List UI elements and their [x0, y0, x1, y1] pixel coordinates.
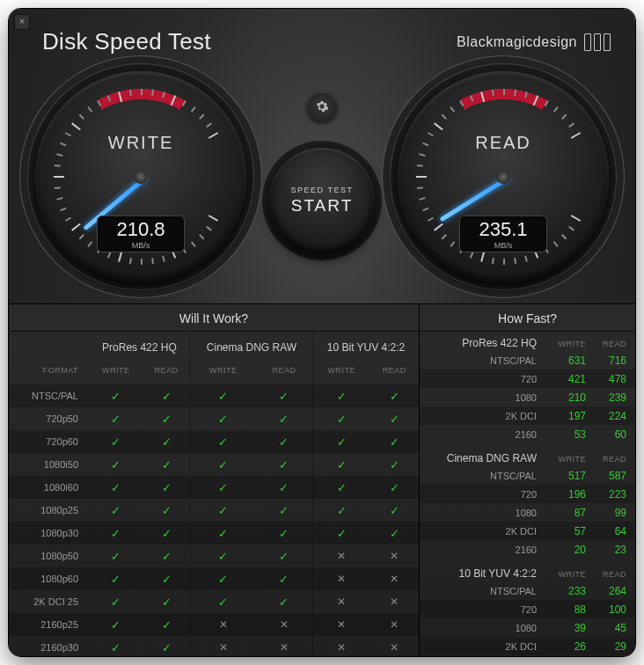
cross-icon: ✕ [190, 613, 256, 636]
check-icon: ✓ [89, 544, 143, 567]
format-label: 720 [428, 374, 545, 384]
format-label: 720p60 [9, 430, 89, 453]
format-label: NTSC/PAL [428, 586, 545, 596]
table-row: 720p60✓✓✓✓✓✓ [9, 430, 419, 453]
check-icon: ✓ [370, 499, 419, 522]
check-icon: ✓ [256, 499, 313, 522]
check-icon: ✓ [313, 476, 370, 499]
how-fast-row: 21602023 [420, 540, 635, 559]
check-icon: ✓ [190, 453, 256, 476]
check-icon: ✓ [143, 613, 190, 636]
cross-icon: ✕ [370, 636, 419, 656]
check-icon: ✓ [190, 384, 256, 407]
check-icon: ✓ [143, 544, 190, 567]
how-fast-row: 720421478 [420, 369, 635, 388]
format-label: 2160p25 [9, 613, 89, 636]
read-fps: 478 [586, 373, 626, 385]
format-label: NTSC/PAL [428, 471, 545, 481]
read-fps: 224 [586, 410, 626, 422]
format-label: 720p50 [9, 407, 89, 430]
check-icon: ✓ [143, 430, 190, 453]
check-icon: ✓ [143, 567, 190, 590]
how-fast-row: NTSC/PAL631716 [420, 351, 635, 369]
format-label: 2160p30 [9, 636, 89, 656]
table-row: 1080p25✓✓✓✓✓✓ [9, 499, 419, 522]
check-icon: ✓ [370, 476, 419, 499]
table-row: 2160p30✓✓✕✕✕✕ [9, 636, 419, 656]
format-label: 1080i60 [9, 476, 89, 499]
start-button-small: SPEED TEST [291, 186, 354, 194]
check-icon: ✓ [143, 590, 190, 613]
read-fps: 45 [586, 622, 626, 634]
write-fps: 87 [545, 507, 586, 519]
cross-icon: ✕ [370, 567, 419, 590]
how-fast-row: 1080210239 [420, 388, 635, 406]
check-icon: ✓ [313, 453, 370, 476]
start-button-big: START [291, 196, 354, 216]
cross-icon: ✕ [370, 613, 419, 636]
check-icon: ✓ [190, 407, 256, 430]
check-icon: ✓ [256, 544, 313, 567]
table-row: 1080p50✓✓✓✓✕✕ [9, 544, 419, 567]
check-icon: ✓ [370, 384, 419, 407]
format-label: 2K DCI [428, 526, 545, 537]
check-icon: ✓ [190, 590, 256, 613]
write-readout: 210.8 MB/s [97, 216, 185, 252]
check-icon: ✓ [370, 430, 419, 453]
check-icon: ✓ [89, 407, 143, 430]
check-icon: ✓ [313, 430, 370, 453]
write-fps: 631 [545, 354, 586, 367]
how-fast-row: 72088100 [420, 600, 635, 618]
read-fps: 716 [586, 354, 626, 367]
cross-icon: ✕ [190, 636, 256, 656]
cross-icon: ✕ [313, 544, 370, 567]
close-button[interactable]: × [14, 14, 30, 30]
write-fps: 39 [545, 622, 586, 634]
app-title: Disk Speed Test [42, 28, 211, 55]
write-fps: 20 [545, 544, 586, 556]
check-icon: ✓ [89, 636, 143, 656]
table-row: 1080i60✓✓✓✓✓✓ [9, 476, 419, 499]
format-label: NTSC/PAL [9, 384, 89, 407]
cross-icon: ✕ [370, 590, 419, 613]
read-fps: 23 [586, 544, 626, 556]
codec-name: ProRes 422 HQ [428, 337, 545, 349]
brand-logo-icon [584, 33, 611, 51]
read-fps: 239 [586, 391, 626, 404]
how-fast-row: 10808799 [420, 503, 635, 522]
start-button[interactable]: SPEED TEST START [269, 148, 375, 253]
settings-button[interactable] [307, 91, 337, 121]
codec-name: 10 Bit YUV 4:2:2 [428, 567, 545, 580]
read-fps: 60 [586, 428, 626, 441]
check-icon: ✓ [89, 613, 143, 636]
check-icon: ✓ [89, 522, 143, 544]
check-icon: ✓ [190, 499, 256, 522]
format-label: 1080 [428, 508, 545, 518]
write-fps: 196 [545, 488, 586, 501]
gear-icon [315, 99, 329, 113]
check-icon: ✓ [143, 384, 190, 407]
table-row: 2K DCI 25✓✓✓✓✕✕ [9, 590, 419, 613]
format-label: 2160 [428, 544, 545, 555]
read-unit: MB/s [472, 241, 534, 250]
disk-speed-test-window: × Disk Speed Test Blackmagicdesign WRITE… [9, 9, 635, 656]
read-fps: 264 [586, 585, 626, 597]
results-tables: Will It Work? ProRes 422 HQCinema DNG RA… [9, 303, 635, 656]
write-fps: 233 [545, 585, 586, 597]
how-fast-row: 10803945 [420, 618, 635, 637]
format-label: 1080i50 [9, 453, 89, 476]
how-fast-row: 2K DCI5764 [420, 522, 635, 540]
check-icon: ✓ [143, 522, 190, 544]
check-icon: ✓ [256, 407, 313, 430]
check-icon: ✓ [256, 430, 313, 453]
read-fps: 223 [586, 488, 626, 501]
check-icon: ✓ [89, 499, 143, 522]
check-icon: ✓ [89, 430, 143, 453]
format-label: 1080 [428, 392, 545, 403]
table-row: NTSC/PAL✓✓✓✓✓✓ [9, 384, 419, 407]
write-fps: 210 [545, 391, 586, 404]
brand-label: Blackmagicdesign [457, 34, 577, 50]
check-icon: ✓ [190, 430, 256, 453]
cross-icon: ✕ [313, 567, 370, 590]
read-value: 235.1 [472, 220, 534, 239]
